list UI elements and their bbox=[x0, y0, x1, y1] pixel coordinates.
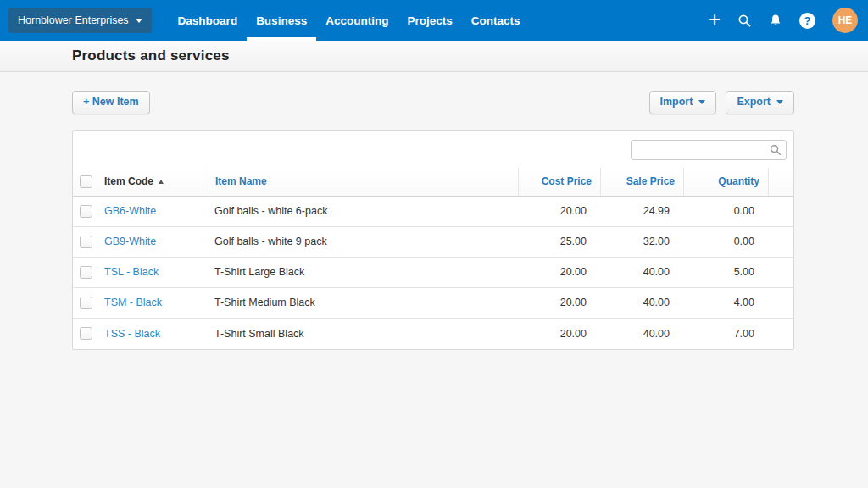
search-icon bbox=[770, 144, 782, 159]
toolbar-right: Import Export bbox=[649, 91, 794, 114]
top-nav: Hornblower Enterprises Dashboard Busines… bbox=[0, 0, 868, 41]
row-checkbox[interactable] bbox=[80, 236, 92, 248]
chevron-down-icon bbox=[776, 100, 783, 104]
nav-item-label: Dashboard bbox=[178, 14, 238, 27]
chevron-down-icon bbox=[698, 100, 705, 104]
row-select-cell bbox=[73, 227, 98, 257]
column-header-item-name[interactable]: Item Name bbox=[209, 168, 518, 196]
nav-item-dashboard[interactable]: Dashboard bbox=[169, 0, 248, 41]
cost-price-cell: 20.00 bbox=[518, 258, 600, 287]
row-select-cell bbox=[73, 258, 98, 287]
org-name: Hornblower Enterprises bbox=[18, 14, 129, 26]
nav-item-accounting[interactable]: Accounting bbox=[316, 0, 398, 41]
column-label: Sale Price bbox=[626, 175, 675, 187]
table-row: TSL - Black T-Shirt Large Black 20.00 40… bbox=[73, 258, 793, 288]
cost-price-cell: 20.00 bbox=[518, 319, 600, 349]
search-icon[interactable] bbox=[737, 14, 752, 28]
cost-price-cell: 20.00 bbox=[518, 288, 600, 318]
column-header-spacer bbox=[768, 168, 793, 196]
column-label: Item Code bbox=[104, 175, 153, 187]
cost-price-cell: 20.00 bbox=[518, 197, 600, 226]
import-label: Import bbox=[660, 97, 693, 108]
quantity-cell: 4.00 bbox=[683, 288, 768, 318]
quantity-cell: 5.00 bbox=[683, 258, 768, 287]
nav-item-label: Business bbox=[256, 14, 307, 27]
row-spacer bbox=[768, 319, 793, 349]
column-header-quantity[interactable]: Quantity bbox=[683, 168, 768, 196]
table-row: TSS - Black T-Shirt Small Black 20.00 40… bbox=[73, 319, 793, 349]
item-name-cell: T-Shirt Large Black bbox=[209, 258, 518, 287]
sale-price-cell: 24.99 bbox=[600, 197, 683, 226]
export-label: Export bbox=[737, 97, 771, 108]
sale-price-cell: 40.00 bbox=[600, 258, 683, 287]
content-area: + New Item Import Export bbox=[72, 91, 794, 350]
sale-price-cell: 40.00 bbox=[600, 319, 683, 349]
main-menu: Dashboard Business Accounting Projects C… bbox=[169, 0, 530, 41]
chevron-down-icon bbox=[136, 19, 142, 23]
column-header-sale-price[interactable]: Sale Price bbox=[600, 168, 683, 196]
avatar[interactable]: HE bbox=[832, 8, 858, 33]
row-spacer bbox=[768, 288, 793, 318]
item-code-link[interactable]: TSM - Black bbox=[98, 288, 209, 318]
sale-price-cell: 32.00 bbox=[600, 227, 683, 257]
table-header-row: Item Code Item Name Cost Price Sale Pric… bbox=[73, 168, 793, 197]
cost-price-cell: 25.00 bbox=[518, 227, 600, 257]
column-header-item-code[interactable]: Item Code bbox=[98, 168, 209, 196]
import-button[interactable]: Import bbox=[649, 91, 717, 114]
column-label: Quantity bbox=[718, 175, 760, 187]
item-code-link[interactable]: TSS - Black bbox=[98, 319, 209, 349]
row-spacer bbox=[768, 197, 793, 226]
table-row: TSM - Black T-Shirt Medium Black 20.00 4… bbox=[73, 288, 793, 319]
table-row: GB9-White Golf balls - white 9 pack 25.0… bbox=[73, 227, 793, 258]
quantity-cell: 0.00 bbox=[683, 227, 768, 257]
row-checkbox[interactable] bbox=[80, 266, 92, 279]
quantity-cell: 7.00 bbox=[683, 319, 768, 349]
nav-item-business[interactable]: Business bbox=[247, 0, 316, 41]
item-name-cell: Golf balls - white 9 pack bbox=[209, 227, 518, 257]
table-search bbox=[631, 140, 787, 160]
item-name-cell: T-Shirt Medium Black bbox=[209, 288, 518, 318]
notifications-bell-icon[interactable] bbox=[769, 14, 782, 28]
plus-icon[interactable]: + bbox=[709, 9, 721, 30]
org-switcher[interactable]: Hornblower Enterprises bbox=[8, 8, 152, 33]
sale-price-cell: 40.00 bbox=[600, 288, 683, 318]
row-checkbox[interactable] bbox=[80, 327, 92, 340]
item-name-cell: T-Shirt Small Black bbox=[209, 319, 518, 349]
row-checkbox[interactable] bbox=[80, 297, 92, 309]
column-label: Cost Price bbox=[542, 175, 592, 187]
nav-item-label: Projects bbox=[407, 14, 452, 27]
row-checkbox[interactable] bbox=[80, 205, 92, 218]
row-select-cell bbox=[73, 197, 98, 226]
item-name-cell: Golf balls - white 6-pack bbox=[209, 197, 518, 226]
table-body: GB6-White Golf balls - white 6-pack 20.0… bbox=[73, 197, 793, 349]
help-icon[interactable]: ? bbox=[799, 13, 815, 29]
row-spacer bbox=[768, 258, 793, 287]
sort-asc-icon bbox=[159, 180, 164, 184]
export-button[interactable]: Export bbox=[726, 91, 794, 114]
nav-item-contacts[interactable]: Contacts bbox=[462, 0, 530, 41]
select-all-checkbox[interactable] bbox=[80, 175, 92, 188]
row-spacer bbox=[768, 227, 793, 257]
nav-item-label: Contacts bbox=[471, 14, 520, 27]
new-item-button[interactable]: + New Item bbox=[72, 91, 150, 114]
nav-item-label: Accounting bbox=[326, 14, 388, 27]
table-search-row bbox=[73, 131, 793, 168]
items-table-card: Item Code Item Name Cost Price Sale Pric… bbox=[72, 130, 794, 350]
column-label: Item Name bbox=[215, 175, 267, 187]
new-item-label: + New Item bbox=[83, 97, 139, 108]
row-select-cell bbox=[73, 319, 98, 349]
nav-item-projects[interactable]: Projects bbox=[398, 0, 461, 41]
active-tab-indicator bbox=[247, 37, 316, 41]
table-row: GB6-White Golf balls - white 6-pack 20.0… bbox=[73, 197, 793, 227]
toolbar: + New Item Import Export bbox=[72, 91, 794, 114]
column-header-cost-price[interactable]: Cost Price bbox=[518, 168, 600, 196]
quantity-cell: 0.00 bbox=[683, 197, 768, 226]
search-input[interactable] bbox=[631, 140, 787, 160]
select-all-cell bbox=[73, 168, 98, 196]
page-title: Products and services bbox=[72, 47, 230, 64]
item-code-link[interactable]: TSL - Black bbox=[98, 258, 209, 287]
item-code-link[interactable]: GB6-White bbox=[98, 197, 209, 226]
item-code-link[interactable]: GB9-White bbox=[98, 227, 209, 257]
row-select-cell bbox=[73, 288, 98, 318]
page-header: Products and services bbox=[0, 41, 868, 72]
